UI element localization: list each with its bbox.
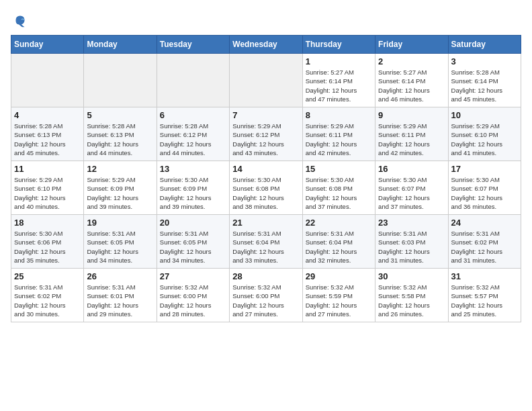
day-number: 13 (160, 164, 226, 174)
day-number: 30 (378, 271, 445, 281)
day-number: 16 (378, 164, 445, 174)
day-number: 4 (14, 110, 81, 120)
column-header-sunday: Sunday (11, 36, 84, 54)
day-number: 9 (378, 110, 445, 120)
day-info: Sunrise: 5:28 AM Sunset: 6:13 PM Dayligh… (87, 122, 153, 157)
calendar-week-row: 25Sunrise: 5:31 AM Sunset: 6:02 PM Dayli… (11, 269, 521, 322)
calendar-cell: 7Sunrise: 5:29 AM Sunset: 6:12 PM Daylig… (230, 107, 302, 161)
day-info: Sunrise: 5:27 AM Sunset: 6:14 PM Dayligh… (306, 68, 372, 103)
day-number: 10 (451, 110, 518, 120)
calendar-cell: 9Sunrise: 5:29 AM Sunset: 6:11 PM Daylig… (375, 107, 448, 161)
calendar-cell: 18Sunrise: 5:30 AM Sunset: 6:06 PM Dayli… (11, 215, 84, 269)
calendar-cell: 27Sunrise: 5:32 AM Sunset: 6:00 PM Dayli… (157, 269, 229, 322)
calendar-cell: 19Sunrise: 5:31 AM Sunset: 6:05 PM Dayli… (84, 215, 157, 269)
day-info: Sunrise: 5:32 AM Sunset: 5:58 PM Dayligh… (378, 283, 445, 318)
calendar-cell: 11Sunrise: 5:29 AM Sunset: 6:10 PM Dayli… (11, 161, 84, 215)
calendar-table: SundayMondayTuesdayWednesdayThursdayFrid… (11, 35, 521, 322)
day-info: Sunrise: 5:31 AM Sunset: 6:04 PM Dayligh… (306, 229, 372, 265)
day-info: Sunrise: 5:30 AM Sunset: 6:08 PM Dayligh… (306, 175, 372, 211)
day-info: Sunrise: 5:30 AM Sunset: 6:09 PM Dayligh… (160, 175, 226, 211)
calendar-cell: 4Sunrise: 5:28 AM Sunset: 6:13 PM Daylig… (11, 107, 84, 161)
day-number: 6 (160, 110, 226, 120)
day-info: Sunrise: 5:28 AM Sunset: 6:13 PM Dayligh… (14, 122, 81, 157)
day-number: 17 (451, 164, 518, 174)
day-info: Sunrise: 5:29 AM Sunset: 6:10 PM Dayligh… (14, 175, 81, 211)
logo (11, 11, 32, 30)
calendar-cell: 26Sunrise: 5:31 AM Sunset: 6:01 PM Dayli… (84, 269, 157, 322)
day-number: 7 (232, 110, 299, 120)
calendar-cell: 30Sunrise: 5:32 AM Sunset: 5:58 PM Dayli… (375, 269, 448, 322)
day-info: Sunrise: 5:32 AM Sunset: 5:59 PM Dayligh… (306, 283, 372, 318)
calendar-week-row: 4Sunrise: 5:28 AM Sunset: 6:13 PM Daylig… (11, 107, 521, 161)
calendar-cell: 15Sunrise: 5:30 AM Sunset: 6:08 PM Dayli… (302, 161, 375, 215)
calendar-cell: 29Sunrise: 5:32 AM Sunset: 5:59 PM Dayli… (302, 269, 375, 322)
day-info: Sunrise: 5:29 AM Sunset: 6:10 PM Dayligh… (451, 122, 518, 157)
day-info: Sunrise: 5:31 AM Sunset: 6:02 PM Dayligh… (14, 283, 81, 318)
day-number: 21 (232, 218, 299, 228)
column-header-monday: Monday (84, 36, 157, 54)
day-info: Sunrise: 5:28 AM Sunset: 6:12 PM Dayligh… (160, 122, 226, 157)
day-info: Sunrise: 5:29 AM Sunset: 6:12 PM Dayligh… (232, 122, 299, 157)
calendar-cell: 24Sunrise: 5:31 AM Sunset: 6:02 PM Dayli… (448, 215, 521, 269)
day-info: Sunrise: 5:31 AM Sunset: 6:05 PM Dayligh… (160, 229, 226, 265)
calendar-cell (84, 54, 157, 107)
day-number: 18 (14, 218, 81, 228)
calendar-cell: 23Sunrise: 5:31 AM Sunset: 6:03 PM Dayli… (375, 215, 448, 269)
day-info: Sunrise: 5:31 AM Sunset: 6:05 PM Dayligh… (87, 229, 153, 265)
calendar-cell: 17Sunrise: 5:30 AM Sunset: 6:07 PM Dayli… (448, 161, 521, 215)
day-number: 20 (160, 218, 226, 228)
day-info: Sunrise: 5:27 AM Sunset: 6:14 PM Dayligh… (378, 68, 445, 103)
day-number: 5 (87, 110, 153, 120)
day-number: 23 (378, 218, 445, 228)
calendar-cell: 20Sunrise: 5:31 AM Sunset: 6:05 PM Dayli… (157, 215, 229, 269)
column-header-wednesday: Wednesday (230, 36, 302, 54)
calendar-header-row: SundayMondayTuesdayWednesdayThursdayFrid… (11, 36, 521, 54)
day-info: Sunrise: 5:32 AM Sunset: 6:00 PM Dayligh… (232, 283, 299, 318)
day-number: 31 (451, 271, 518, 281)
calendar-cell: 12Sunrise: 5:29 AM Sunset: 6:09 PM Dayli… (84, 161, 157, 215)
day-info: Sunrise: 5:30 AM Sunset: 6:07 PM Dayligh… (451, 175, 518, 211)
day-number: 12 (87, 164, 153, 174)
calendar-cell (230, 54, 302, 107)
logo-icon (11, 11, 30, 30)
day-number: 19 (87, 218, 153, 228)
calendar-cell: 10Sunrise: 5:29 AM Sunset: 6:10 PM Dayli… (448, 107, 521, 161)
day-info: Sunrise: 5:29 AM Sunset: 6:11 PM Dayligh… (378, 122, 445, 157)
day-info: Sunrise: 5:30 AM Sunset: 6:06 PM Dayligh… (14, 229, 81, 265)
day-number: 1 (306, 56, 372, 66)
calendar-cell (157, 54, 229, 107)
calendar-cell: 1Sunrise: 5:27 AM Sunset: 6:14 PM Daylig… (302, 54, 375, 107)
column-header-saturday: Saturday (448, 36, 521, 54)
calendar-cell: 5Sunrise: 5:28 AM Sunset: 6:13 PM Daylig… (84, 107, 157, 161)
day-number: 28 (232, 271, 299, 281)
day-info: Sunrise: 5:30 AM Sunset: 6:08 PM Dayligh… (232, 175, 299, 211)
calendar-week-row: 1Sunrise: 5:27 AM Sunset: 6:14 PM Daylig… (11, 54, 521, 107)
calendar-cell: 22Sunrise: 5:31 AM Sunset: 6:04 PM Dayli… (302, 215, 375, 269)
calendar-cell: 2Sunrise: 5:27 AM Sunset: 6:14 PM Daylig… (375, 54, 448, 107)
day-info: Sunrise: 5:30 AM Sunset: 6:07 PM Dayligh… (378, 175, 445, 211)
day-number: 8 (306, 110, 372, 120)
calendar-cell: 6Sunrise: 5:28 AM Sunset: 6:12 PM Daylig… (157, 107, 229, 161)
calendar-cell: 8Sunrise: 5:29 AM Sunset: 6:11 PM Daylig… (302, 107, 375, 161)
day-number: 14 (232, 164, 299, 174)
day-info: Sunrise: 5:31 AM Sunset: 6:02 PM Dayligh… (451, 229, 518, 265)
day-number: 24 (451, 218, 518, 228)
day-info: Sunrise: 5:28 AM Sunset: 6:14 PM Dayligh… (451, 68, 518, 103)
calendar-cell: 13Sunrise: 5:30 AM Sunset: 6:09 PM Dayli… (157, 161, 229, 215)
day-number: 3 (451, 56, 518, 66)
day-number: 2 (378, 56, 445, 66)
calendar-cell: 3Sunrise: 5:28 AM Sunset: 6:14 PM Daylig… (448, 54, 521, 107)
column-header-friday: Friday (375, 36, 448, 54)
day-number: 22 (306, 218, 372, 228)
day-info: Sunrise: 5:31 AM Sunset: 6:04 PM Dayligh… (232, 229, 299, 265)
day-info: Sunrise: 5:31 AM Sunset: 6:01 PM Dayligh… (87, 283, 153, 318)
day-info: Sunrise: 5:29 AM Sunset: 6:09 PM Dayligh… (87, 175, 153, 211)
column-header-tuesday: Tuesday (157, 36, 229, 54)
calendar-week-row: 11Sunrise: 5:29 AM Sunset: 6:10 PM Dayli… (11, 161, 521, 215)
day-info: Sunrise: 5:29 AM Sunset: 6:11 PM Dayligh… (306, 122, 372, 157)
calendar-cell: 16Sunrise: 5:30 AM Sunset: 6:07 PM Dayli… (375, 161, 448, 215)
calendar-cell: 25Sunrise: 5:31 AM Sunset: 6:02 PM Dayli… (11, 269, 84, 322)
calendar-cell (11, 54, 84, 107)
day-number: 11 (14, 164, 81, 174)
column-header-thursday: Thursday (302, 36, 375, 54)
